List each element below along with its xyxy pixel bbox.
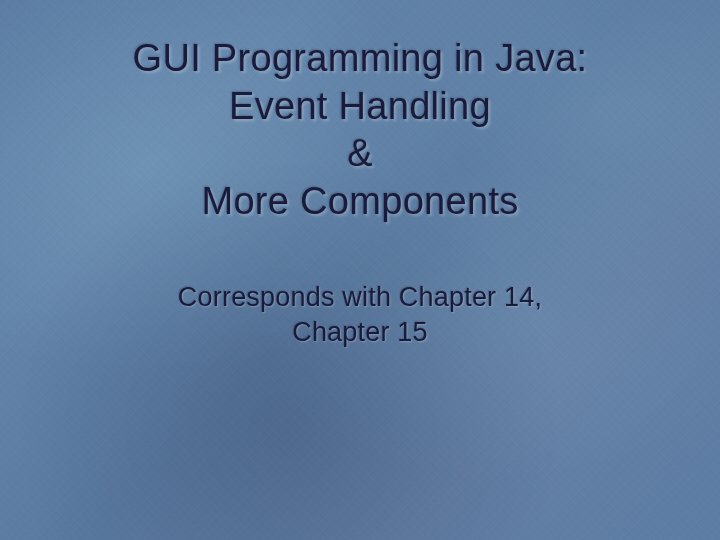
title-line-2: Event Handling xyxy=(133,83,588,131)
slide-title: GUI Programming in Java: Event Handling … xyxy=(133,35,588,225)
subtitle-line-2: Chapter 15 xyxy=(178,315,542,350)
slide-subtitle: Corresponds with Chapter 14, Chapter 15 xyxy=(178,280,542,350)
subtitle-line-1: Corresponds with Chapter 14, xyxy=(178,280,542,315)
title-line-1: GUI Programming in Java: xyxy=(133,35,588,83)
slide: GUI Programming in Java: Event Handling … xyxy=(0,0,720,540)
title-line-3: & xyxy=(133,130,588,178)
title-line-4: More Components xyxy=(133,178,588,226)
